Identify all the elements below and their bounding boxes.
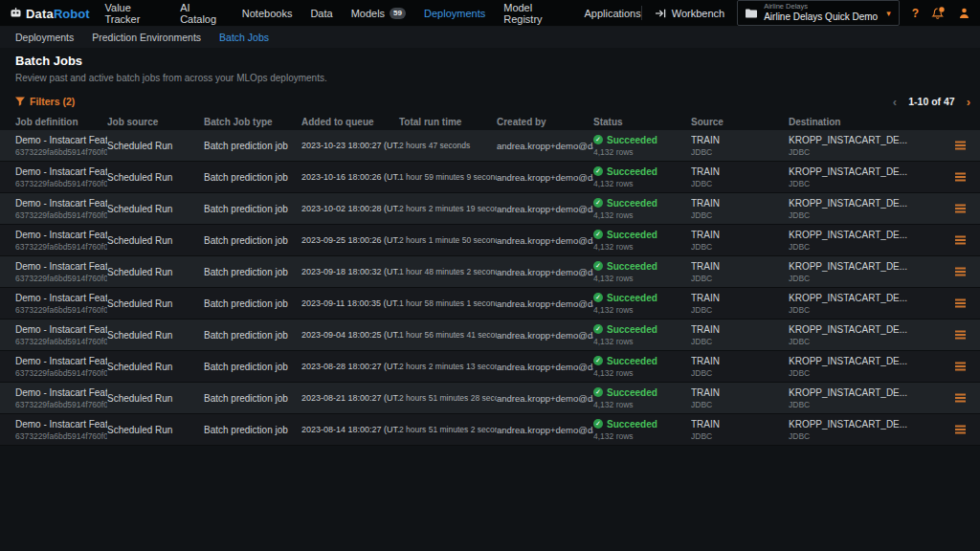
nav-data[interactable]: Data — [310, 8, 332, 19]
cell-status: ✓ Succeeded 4,132 rows — [593, 166, 691, 188]
nav-notebooks[interactable]: Notebooks — [242, 8, 293, 19]
filters-toggle[interactable]: Filters (2) — [15, 96, 75, 107]
pagination-prev-icon[interactable]: ‹ — [893, 96, 897, 108]
status-row-count: 4,132 rows — [593, 400, 683, 409]
datarobot-logo[interactable]: DataRobot — [10, 5, 90, 22]
table-row[interactable]: Demo - Instacart Feature... 6373229fa6bd… — [0, 162, 980, 193]
top-nav-bar: DataRobot Value Tracker AI Catalog Noteb… — [0, 0, 980, 27]
cell-source: TRAIN JDBC — [691, 261, 789, 283]
table-row[interactable]: Demo - Instacart Feature... 6373229fa6bd… — [0, 193, 980, 225]
cell-created-by: andrea.kropp+demo@da... — [497, 393, 593, 404]
cell-created-by: andrea.kropp+demo@da... — [497, 298, 593, 309]
job-definition-name: Demo - Instacart Feature... — [15, 356, 100, 366]
column-header-job-definition: Job definition — [15, 117, 107, 127]
cell-job-source: Scheduled Run — [107, 267, 204, 277]
table-row[interactable]: Demo - Instacart Feature... 6373229fa6bd… — [0, 320, 980, 351]
cell-total-run-time: 1 hour 48 minutes 2 seconds — [399, 267, 497, 276]
job-definition-name: Demo - Instacart Feature... — [15, 261, 100, 272]
job-definition-name: Demo - Instacart Feature... — [15, 293, 100, 303]
project-switcher-dropdown[interactable]: Airline Delays Airline Delays Quick Demo… — [737, 0, 899, 25]
subnav-prediction-environments[interactable]: Prediction Environments — [92, 32, 201, 43]
models-count-badge: 59 — [390, 8, 406, 19]
row-actions-menu-icon[interactable] — [952, 264, 968, 279]
table-row[interactable]: Demo - Instacart Feature... 6373229fa6bd… — [0, 383, 980, 414]
cell-job-source: Scheduled Run — [107, 393, 204, 404]
table-row[interactable]: Demo - Instacart Feature... 6373229fa6bd… — [0, 225, 980, 256]
row-actions-menu-icon[interactable] — [952, 327, 968, 342]
cell-source: TRAIN JDBC — [691, 387, 789, 409]
cell-job-source: Scheduled Run — [107, 172, 204, 183]
cell-job-definition: Demo - Instacart Feature... 6373229fa6bd… — [15, 198, 107, 220]
table-row[interactable]: Demo - Instacart Feature... 6373229fa6bd… — [0, 130, 980, 162]
success-check-icon: ✓ — [593, 166, 603, 176]
nav-deployments[interactable]: Deployments — [424, 8, 485, 19]
status-badge: ✓ Succeeded — [593, 324, 683, 335]
cell-source: TRAIN JDBC — [691, 198, 789, 220]
divider — [641, 6, 642, 20]
cell-destination: KROPP_INSTACART_DE... JDBC — [789, 230, 928, 252]
job-definition-id: 6373229fa6bd5914f760f0a6 — [15, 368, 100, 378]
row-actions-menu-icon[interactable] — [952, 138, 968, 153]
row-actions-menu-icon[interactable] — [952, 359, 968, 374]
cell-total-run-time: 2 hours 2 minutes 19 seconds — [399, 204, 497, 213]
nav-models[interactable]: Models59 — [351, 8, 406, 19]
column-header-total-run-time: Total run time — [399, 117, 497, 127]
cell-total-run-time: 2 hours 47 seconds — [399, 141, 497, 150]
nav-applications[interactable]: Applications — [584, 8, 640, 19]
cell-added-to-queue: 2023-08-21 18:00:27 (UT... — [301, 393, 399, 403]
row-actions-menu-icon[interactable] — [952, 201, 968, 216]
status-badge: ✓ Succeeded — [593, 261, 683, 272]
cell-destination: KROPP_INSTACART_DE... JDBC — [789, 356, 928, 378]
cell-batch-job-type: Batch prediction job — [204, 141, 301, 151]
row-actions-menu-icon[interactable] — [952, 422, 968, 437]
cell-added-to-queue: 2023-08-14 18:00:27 (UT... — [301, 425, 399, 434]
cell-source: TRAIN JDBC — [691, 293, 789, 315]
pagination-next-icon[interactable]: › — [967, 96, 970, 108]
cell-batch-job-type: Batch prediction job — [204, 267, 301, 277]
cell-total-run-time: 2 hours 51 minutes 2 seconds — [399, 425, 497, 434]
status-badge: ✓ Succeeded — [593, 135, 683, 145]
nav-ai-catalog[interactable]: AI Catalog — [180, 2, 224, 25]
cell-destination: KROPP_INSTACART_DE... JDBC — [789, 261, 928, 283]
table-row[interactable]: Demo - Instacart Feature... 6373229fa6bd… — [0, 288, 980, 320]
status-badge: ✓ Succeeded — [593, 419, 683, 430]
nav-value-tracker[interactable]: Value Tracker — [105, 2, 163, 25]
row-actions-menu-icon[interactable] — [952, 390, 968, 406]
status-badge: ✓ Succeeded — [593, 293, 683, 303]
status-row-count: 4,132 rows — [593, 368, 683, 378]
cell-created-by: andrea.kropp+demo@da... — [497, 425, 593, 435]
row-actions-menu-icon[interactable] — [952, 296, 968, 311]
cell-source: TRAIN JDBC — [691, 356, 789, 378]
subnav-batch-jobs[interactable]: Batch Jobs — [219, 32, 269, 43]
help-icon[interactable]: ? — [912, 7, 919, 20]
status-row-count: 4,132 rows — [593, 431, 683, 441]
cell-job-definition: Demo - Instacart Feature... 6373229fa6bd… — [15, 324, 107, 346]
workbench-link[interactable]: Workbench — [655, 8, 724, 19]
user-profile-icon[interactable] — [958, 7, 970, 19]
table-row[interactable]: Demo - Instacart Feature... 6373229fa6bd… — [0, 256, 980, 288]
cell-source: TRAIN JDBC — [691, 230, 789, 252]
row-actions-menu-icon[interactable] — [952, 232, 968, 248]
cell-added-to-queue: 2023-09-11 18:00:35 (UT... — [301, 298, 399, 308]
cell-total-run-time: 2 hours 1 minute 50 seconds — [399, 235, 497, 245]
row-actions-menu-icon[interactable] — [952, 169, 968, 185]
success-check-icon: ✓ — [593, 387, 603, 397]
cell-total-run-time: 2 hours 51 minutes 28 seconds — [399, 393, 497, 403]
column-header-destination: Destination — [789, 117, 928, 127]
cell-source: TRAIN JDBC — [691, 419, 789, 441]
table-row[interactable]: Demo - Instacart Feature... 6373229fa6bd… — [0, 414, 980, 446]
cell-status: ✓ Succeeded 4,132 rows — [593, 135, 691, 157]
cell-job-source: Scheduled Run — [107, 141, 204, 151]
notifications-bell-icon[interactable] — [931, 7, 946, 20]
subnav-deployments[interactable]: Deployments — [15, 32, 74, 43]
nav-model-registry[interactable]: Model Registry — [503, 2, 566, 25]
cell-batch-job-type: Batch prediction job — [204, 362, 301, 372]
cell-destination: KROPP_INSTACART_DE... JDBC — [789, 324, 928, 346]
success-check-icon: ✓ — [593, 230, 603, 239]
page-title: Batch Jobs — [0, 54, 980, 69]
cell-batch-job-type: Batch prediction job — [204, 204, 301, 214]
filters-toolbar: Filters (2) ‹ 1-10 of 47 › — [0, 94, 980, 109]
pagination: ‹ 1-10 of 47 › — [893, 96, 970, 108]
table-row[interactable]: Demo - Instacart Feature... 6373229fa6bd… — [0, 351, 980, 383]
cell-job-definition: Demo - Instacart Feature... 6373229fa6bd… — [15, 166, 107, 188]
